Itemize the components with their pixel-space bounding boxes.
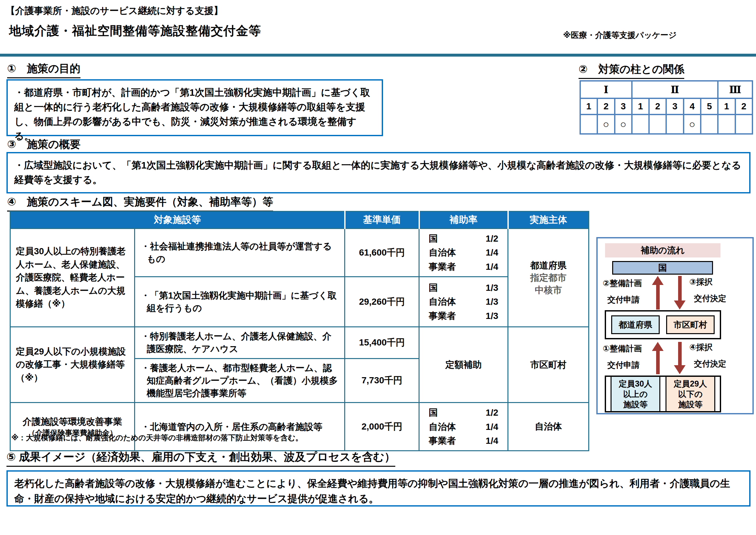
rate-line: 事業者1/3 <box>429 309 499 323</box>
flow-title: 補助の流れ <box>605 243 720 258</box>
flow-label-line: 交付申請 <box>603 361 642 369</box>
category-cell-environment: 介護施設等環境改善事業 （介護保険事業費補助金） <box>10 403 135 451</box>
arrow-stem <box>678 276 682 300</box>
agent-main: 都道府県 <box>512 259 584 272</box>
flow-label-step4: ④採択 交付決定 <box>689 343 726 368</box>
section4-heading: ④ 施策のスキーム図、実施要件（対象、補助率等）等 <box>7 195 273 211</box>
rate-key: 国 <box>429 406 438 419</box>
pillar-num: 1 <box>580 98 597 115</box>
section1-heading: ① 施策の目的 <box>7 62 80 78</box>
flow-label-line: ①整備計画 <box>603 345 642 352</box>
package-note: ※医療・介護等支援パッケージ <box>563 30 677 41</box>
col-header-agent: 実施主体 <box>508 211 589 229</box>
pillar-mark: ○ <box>615 115 632 134</box>
rate-line: 国1/3 <box>429 281 499 295</box>
section1-box: ・都道府県・市町村が、計画的かつ「第1次国土強靱化実施中期計画」に基づく取組と一… <box>7 79 383 136</box>
table-row: 定員29人以下の小規模施設の改修工事・大規模修繕等（※） ・特別養護老人ホーム、… <box>10 327 589 358</box>
rate-line: 国1/2 <box>429 232 499 245</box>
agent-cell: 自治体 <box>508 403 589 451</box>
rate-key: 自治体 <box>429 420 456 434</box>
desc-cell: ・社会福祉連携推進法人等の社員等が運営するもの <box>135 229 345 277</box>
flow-label-line: 交付決定 <box>689 294 726 302</box>
slide-page: 【介護事業所・施設のサービス継続に対する支援】 地域介護・福祉空間整備等施設整備… <box>0 0 756 535</box>
rate-value: 1/4 <box>486 245 499 259</box>
subsidy-flow-diagram: 補助の流れ 国 ②整備計画 交付申請 ③採択 交付決定 都道府県 市区町村 <box>596 237 754 414</box>
scheme-table: 対象施設等 基準単価 補助率 実施主体 定員30人以上の特別養護老人ホーム、老人… <box>10 211 589 451</box>
arrow-head <box>674 365 686 374</box>
flow-label-step3: ③採択 交付決定 <box>689 278 726 302</box>
agent-cell: 市区町村 <box>508 327 589 403</box>
pillar-group-3: Ⅲ <box>718 81 752 98</box>
arrow-head <box>674 300 686 310</box>
price-cell: 2,000千円 <box>345 403 419 451</box>
flow-label-step2: ②整備計画 交付申請 <box>603 279 642 304</box>
agent-cell: 都道府県 指定都市 中核市 <box>508 229 589 327</box>
pillar-number-row: 1 2 3 1 2 3 4 5 1 2 <box>580 98 752 115</box>
table-row: 介護施設等環境改善事業 （介護保険事業費補助金） ・北海道管内の入所・居住系の高… <box>10 403 589 451</box>
rate-value: 1/4 <box>486 420 499 434</box>
pillar-mark <box>666 115 683 134</box>
arrow-stem <box>678 342 682 365</box>
pillar-table: Ⅰ Ⅱ Ⅲ 1 2 3 1 2 3 4 5 1 2 ○ ○ ○ <box>580 80 753 134</box>
rate-value: 1/3 <box>486 281 499 295</box>
rate-breakdown: 国1/2 自治体1/4 事業者1/4 <box>429 406 499 448</box>
pillar-mark <box>649 115 666 134</box>
flow-label-line: ④採択 <box>689 343 726 351</box>
up-arrow-icon <box>652 342 663 374</box>
scheme-header-row: 対象施設等 基準単価 補助率 実施主体 <box>10 211 589 229</box>
flow-municipality-box: 市区町村 <box>666 315 715 334</box>
title-divider <box>0 54 756 57</box>
rate-cell: 国1/2 自治体1/4 事業者1/4 <box>419 403 508 451</box>
category-label: 【介護事業所・施設のサービス継続に対する支援】 <box>6 5 223 17</box>
pillar-mark <box>632 115 649 134</box>
col-header-rate: 補助率 <box>419 211 508 229</box>
flow-label-line: 交付申請 <box>603 296 642 304</box>
rate-value: 1/4 <box>486 260 499 274</box>
price-cell: 29,260千円 <box>345 277 419 327</box>
arrow-stem <box>656 285 660 310</box>
flow-prefecture-box: 都道府県 <box>611 315 660 334</box>
arrow-head <box>652 276 663 285</box>
rate-cell-flat: 定額補助 <box>419 327 508 403</box>
rate-key: 事業者 <box>429 434 456 448</box>
col-header-target: 対象施設等 <box>10 211 345 229</box>
pillar-group-row: Ⅰ Ⅱ Ⅲ <box>580 81 752 98</box>
pillar-num: 2 <box>649 98 666 115</box>
pillar-group-1: Ⅰ <box>580 81 632 98</box>
pillar-num: 2 <box>597 98 614 115</box>
pillar-num: 4 <box>684 98 701 115</box>
pillar-mark <box>701 115 718 134</box>
desc-cell: ・特別養護老人ホーム、介護老人保健施設、介護医療院、ケアハウス <box>135 327 345 358</box>
pillar-num: 3 <box>666 98 683 115</box>
flow-mid-group: 都道府県 市区町村 <box>605 310 721 339</box>
price-cell: 15,400千円 <box>345 327 419 358</box>
flow-label-line: ③採択 <box>689 278 726 286</box>
category-cell-small-facilities: 定員29人以下の小規模施設の改修工事・大規模修繕等（※） <box>10 327 135 403</box>
pillar-mark: ○ <box>597 115 614 134</box>
col-header-price: 基準単価 <box>345 211 419 229</box>
pillar-num: 1 <box>718 98 735 115</box>
pillar-mark <box>580 115 597 134</box>
section3-heading: ③ 施策の概要 <box>7 137 80 154</box>
pillar-group-2: Ⅱ <box>632 81 718 98</box>
rate-key: 自治体 <box>429 245 456 259</box>
flow-national-box: 国 <box>612 261 713 275</box>
flow-bottom-group: 定員30人 以上の 施設等 定員29人 以下の 施設等 <box>605 376 721 412</box>
table-row: 定員30人以上の特別養護老人ホーム、老人保健施設、介護医療院、軽費老人ホーム、養… <box>10 229 589 277</box>
arrow-head <box>652 342 663 351</box>
agent-sub: 指定都市 中核市 <box>512 272 584 296</box>
pillar-mark <box>718 115 735 134</box>
pillar-mark: ○ <box>684 115 701 134</box>
rate-cell: 国1/2 自治体1/4 事業者1/4 <box>419 229 508 277</box>
section2-heading: ② 対策の柱との関係 <box>579 62 684 79</box>
rate-value: 1/3 <box>486 295 499 309</box>
rate-value: 1/3 <box>486 309 499 323</box>
pillar-num: 5 <box>701 98 718 115</box>
table-footnote: ※：大規模修繕には、耐震強化のための天井等の非構造部材の落下防止対策等を含む。 <box>11 433 303 443</box>
rate-cell: 国1/3 自治体1/3 事業者1/3 <box>419 277 508 327</box>
rate-key: 事業者 <box>429 309 456 323</box>
pillar-mark <box>735 115 752 134</box>
rate-key: 国 <box>429 232 438 245</box>
rate-breakdown: 国1/2 自治体1/4 事業者1/4 <box>429 232 499 274</box>
arrow-stem <box>656 351 660 374</box>
